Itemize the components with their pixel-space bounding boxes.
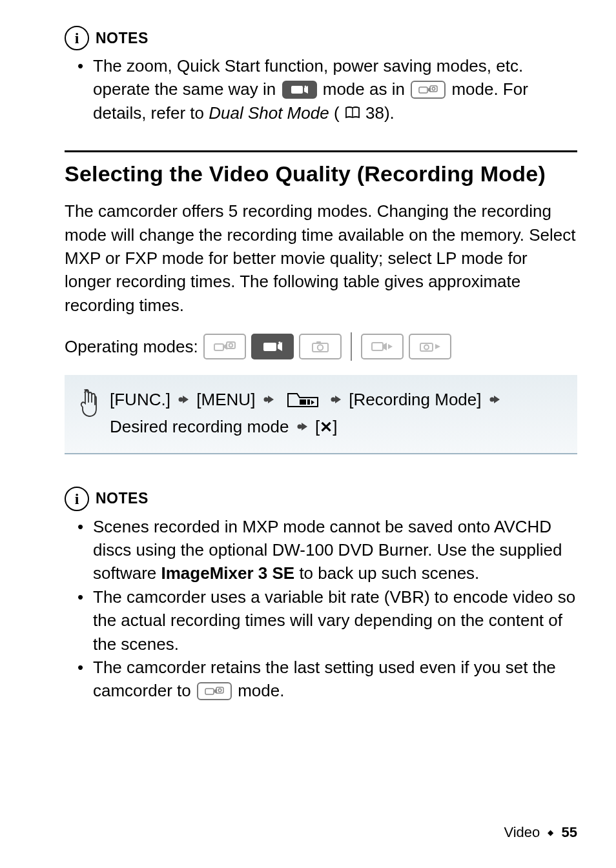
notes-label: NOTES [96,30,149,47]
note-text: The camcorder uses a variable bit rate (… [93,587,575,654]
proc-step: Desired recording mode [110,417,289,436]
note-item: Scenes recorded in MXP mode cannot be sa… [93,515,577,585]
proc-step: [ [315,417,320,436]
svg-rect-28 [300,399,306,405]
software-name: ImageMixer 3 SE [161,563,295,583]
dual-shot-icon [411,81,446,99]
dual-shot-icon [197,682,232,700]
svg-marker-27 [268,396,274,403]
proc-step: [FUNC.] [110,390,170,409]
svg-point-33 [489,398,494,402]
arrow-icon [489,387,500,412]
svg-point-35 [297,425,302,429]
svg-rect-12 [263,343,276,351]
video-camera-icon [251,334,294,359]
notes-label: NOTES [96,490,149,507]
svg-marker-20 [388,344,393,349]
mode-separator [351,332,352,361]
notes-list: Scenes recorded in MXP mode cannot be sa… [65,515,577,703]
note-text: 38). [365,103,395,123]
svg-point-17 [317,345,322,350]
proc-step: ] [333,417,337,436]
note-item: The zoom, Quick Start function, power sa… [93,54,577,125]
dual-shot-icon [203,334,246,359]
info-icon: i [65,487,89,511]
info-icon: i [65,26,89,50]
svg-point-6 [432,87,435,90]
svg-marker-34 [494,396,500,403]
note-item: The camcorder uses a variable bit rate (… [93,585,577,656]
svg-point-2 [304,85,306,87]
section-title: Selecting the Video Quality (Recording M… [65,161,577,187]
svg-rect-3 [419,87,427,93]
diamond-separator: ◆ [548,828,553,837]
procedure-text: [FUNC.] [MENU] [Recording Mode] [110,387,503,441]
note-text: mode. [238,681,284,700]
hand-icon [76,388,101,426]
close-icon: ✕ [320,415,333,439]
svg-marker-36 [302,423,307,430]
proc-step: [Recording Mode] [349,390,481,409]
svg-point-22 [424,345,429,350]
playback-photo-icon [409,334,451,359]
svg-rect-39 [216,687,223,693]
svg-point-26 [263,398,268,402]
video-camera-icon [282,81,317,99]
svg-marker-30 [311,400,314,405]
operating-modes-label: Operating modes: [65,337,198,357]
section-divider [65,150,577,152]
note-text: ( [334,103,340,123]
svg-rect-0 [291,86,303,94]
page-number: 55 [562,824,577,840]
notes-header: i NOTES [65,487,577,511]
svg-rect-16 [316,341,321,344]
svg-point-11 [229,343,232,347]
footer-section: Video [504,824,540,840]
svg-marker-19 [384,343,387,350]
note-item: The camcorder retains the last setting u… [93,656,577,703]
svg-rect-29 [307,399,310,405]
arrow-icon [263,387,274,412]
book-icon [344,106,361,120]
notes-list: The zoom, Quick Start function, power sa… [65,54,577,125]
note-text: to back up such scenes. [294,563,479,583]
operating-modes-row: Operating modes: [65,332,577,361]
recording-tab-icon [283,390,322,409]
procedure-box: [FUNC.] [MENU] [Recording Mode] [65,375,577,454]
svg-rect-37 [205,689,214,694]
svg-marker-23 [435,344,440,349]
svg-point-40 [218,689,221,692]
svg-rect-5 [430,86,437,92]
note-text: The camcorder retains the last setting u… [93,658,556,700]
svg-point-31 [331,398,336,402]
manual-page: i NOTES The zoom, Quick Start function, … [0,0,616,868]
arrow-icon [296,414,308,439]
page-footer: Video ◆ 55 [504,824,577,841]
note-ref: Dual Shot Mode [209,103,329,123]
arrow-icon [178,387,189,412]
svg-marker-25 [183,396,189,403]
svg-marker-32 [335,396,341,403]
proc-step: [MENU] [196,390,255,409]
note-text: mode as in [323,79,409,99]
playback-video-icon [361,334,404,359]
svg-rect-8 [214,344,223,350]
notes-header: i NOTES [65,26,577,50]
photo-camera-icon [299,334,342,359]
arrow-icon [330,387,342,412]
section-body: The camcorder offers 5 recording modes. … [65,199,577,317]
svg-rect-18 [372,343,383,350]
svg-point-14 [278,341,281,344]
svg-point-24 [179,398,183,402]
